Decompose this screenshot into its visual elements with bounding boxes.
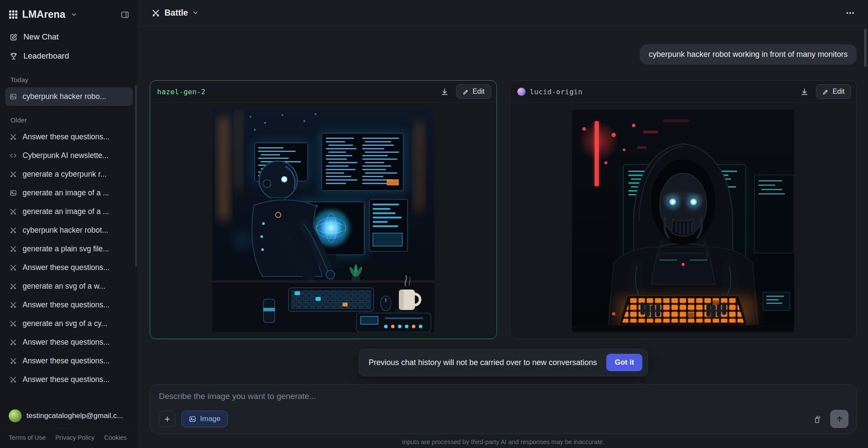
download-icon[interactable] — [437, 85, 452, 99]
chat-title: generate an image of a ... — [23, 188, 109, 198]
sidebar-chat-item[interactable]: Answer these questions... — [5, 296, 133, 314]
result-panel-right: lucid-origin Edit — [510, 80, 857, 339]
sidebar-chat-item[interactable]: generate a plain svg file... — [5, 240, 133, 258]
chat-title: Answer these questions... — [23, 300, 109, 310]
overflow-menu-icon[interactable] — [845, 8, 855, 18]
code-icon — [10, 152, 17, 159]
chevron-down-icon — [71, 11, 77, 18]
edit-button-right[interactable]: Edit — [816, 84, 851, 99]
grid-logo-icon — [9, 10, 18, 19]
sidebar-header: LMArena — [0, 0, 138, 26]
chat-content: cyberpunk hacker robot working in front … — [138, 26, 868, 448]
new-chat-icon — [10, 33, 18, 41]
new-chat-label: New Chat — [23, 32, 59, 42]
app-name: LMArena — [22, 9, 66, 20]
main-area: Battle cyberpunk hacker robot working in… — [138, 0, 868, 448]
battle-icon — [10, 171, 17, 178]
sidebar-chat-item[interactable]: Answer these questions... — [5, 128, 133, 146]
result-header-left: hazel-gen-2 Edit — [150, 81, 496, 103]
battle-icon — [10, 264, 17, 271]
toast-row: Previous chat history will not be carrie… — [150, 349, 857, 376]
composer-toolbar: Image — [159, 410, 848, 428]
pencil-icon — [463, 89, 469, 95]
chat-title: generate a plain svg file... — [23, 244, 109, 254]
chat-title: generate a cyberpunk r... — [23, 170, 107, 179]
generated-image-lucid[interactable] — [572, 110, 794, 332]
battle-icon — [151, 9, 160, 17]
section-label-today: Today — [0, 66, 138, 87]
section-label-older: Older — [0, 106, 138, 128]
chat-title: Answer these questions... — [23, 132, 109, 142]
result-body-right — [510, 103, 857, 339]
pencil-icon — [822, 89, 829, 95]
app-logo[interactable]: LMArena — [9, 9, 77, 20]
edit-button-left[interactable]: Edit — [456, 84, 491, 99]
got-it-button[interactable]: Got it — [606, 354, 642, 371]
new-chat-button[interactable]: New Chat — [5, 27, 133, 46]
image-button-label: Image — [200, 415, 220, 423]
sidebar-chat-item[interactable]: Answer these questions... — [5, 352, 133, 370]
result-actions-right: Edit — [797, 84, 851, 99]
sidebar-bottom: testingcataloghelp@gmail.c... Terms of U… — [0, 404, 138, 448]
model-name-right: lucid-origin — [530, 88, 583, 96]
battle-icon — [10, 376, 17, 383]
sidebar-chat-item[interactable]: Answer these questions... — [5, 258, 133, 277]
older-list-scroll: Answer these questions... Cyberpunk AI n… — [0, 128, 138, 404]
mode-selector[interactable]: Battle — [151, 8, 199, 18]
download-icon[interactable] — [797, 85, 812, 99]
sidebar-chat-item[interactable]: generate an image of a ... — [5, 184, 133, 202]
chat-title: generate an svg of a w... — [23, 282, 105, 291]
sidebar-chat-item[interactable]: cyberpunk hacker robot... — [5, 221, 133, 240]
cookies-link[interactable]: Cookies — [104, 434, 127, 441]
leaderboard-label: Leaderboard — [23, 51, 69, 61]
sidebar: LMArena New Chat Leaderboard Today — [0, 0, 138, 448]
image-mode-button[interactable]: Image — [181, 411, 228, 427]
chat-title: cyberpunk hacker robo... — [23, 92, 106, 101]
generated-image-hazel[interactable] — [212, 110, 434, 332]
chat-title: Answer these questions... — [23, 356, 109, 366]
chat-title: generate an image of a ... — [23, 207, 109, 216]
today-list: cyberpunk hacker robo... — [0, 87, 138, 106]
arrow-up-icon — [835, 415, 844, 423]
battle-icon — [10, 208, 17, 215]
sidebar-chat-item[interactable]: generate an image of a ... — [5, 202, 133, 221]
scrollbar-thumb[interactable] — [864, 29, 867, 67]
model-name-left: hazel-gen-2 — [157, 88, 205, 96]
sidebar-chat-item[interactable]: generate an svg of a cy... — [5, 314, 133, 333]
sidebar-collapse-icon[interactable] — [121, 10, 129, 19]
battle-icon — [10, 245, 17, 253]
chat-title: Answer these questions... — [23, 338, 109, 347]
chat-title: cyberpunk hacker robot... — [23, 226, 108, 235]
sidebar-chat-item[interactable]: Answer these questions... — [5, 370, 133, 389]
battle-icon — [10, 283, 17, 290]
spray-icon[interactable] — [810, 412, 824, 426]
sidebar-chat-item[interactable]: Answer these questions... — [5, 333, 133, 352]
leaderboard-button[interactable]: Leaderboard — [5, 46, 133, 66]
privacy-link[interactable]: Privacy Policy — [55, 434, 94, 441]
older-list: Answer these questions... Cyberpunk AI n… — [0, 128, 138, 389]
battle-icon — [10, 320, 17, 327]
battle-icon — [10, 133, 17, 141]
prompt-input[interactable] — [159, 392, 848, 410]
result-actions-left: Edit — [437, 84, 491, 99]
history-toast: Previous chat history will not be carrie… — [358, 349, 648, 376]
battle-icon — [10, 227, 17, 234]
terms-link[interactable]: Terms of Use — [9, 434, 46, 441]
battle-icon — [10, 339, 17, 346]
model-logo-icon — [517, 88, 526, 96]
account-button[interactable]: testingcataloghelp@gmail.c... — [0, 404, 138, 428]
battle-icon — [10, 357, 17, 365]
send-button[interactable] — [830, 410, 848, 428]
image-icon — [10, 189, 17, 197]
sidebar-chat-item[interactable]: Cyberpunk AI newslette... — [5, 146, 133, 165]
image-icon — [189, 415, 196, 423]
sidebar-chat-item[interactable]: generate a cyberpunk r... — [5, 165, 133, 184]
result-header-right: lucid-origin Edit — [510, 81, 857, 103]
result-body-left — [150, 103, 496, 339]
sidebar-chat-item[interactable]: generate an svg of a w... — [5, 277, 133, 296]
sidebar-chat-item[interactable]: cyberpunk hacker robo... — [5, 87, 133, 106]
sidebar-scrollbar[interactable] — [135, 85, 137, 267]
battle-icon — [10, 301, 17, 309]
result-panel-left: hazel-gen-2 Edit — [150, 80, 497, 339]
attach-button[interactable] — [159, 411, 175, 427]
